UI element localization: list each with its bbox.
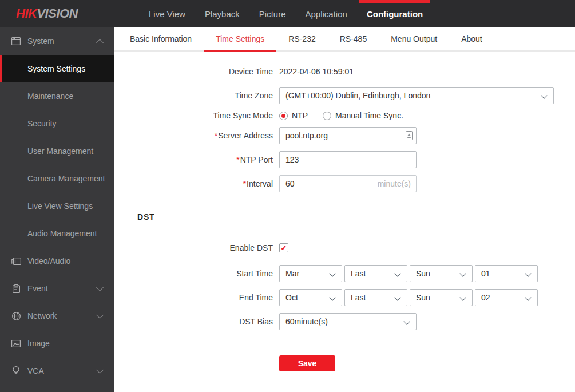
sidebar-item-label: User Management <box>27 146 93 156</box>
time-zone-label: Time Zone <box>114 91 279 100</box>
start-time-label: Start Time <box>114 269 279 278</box>
sidebar-item-label: Network <box>27 311 57 320</box>
chevron-down-icon <box>96 284 104 291</box>
nav-picture[interactable]: Picture <box>249 0 296 27</box>
required-asterisk: * <box>236 155 239 164</box>
chevron-down-icon <box>329 294 335 300</box>
ntp-port-field-wrap <box>279 151 417 168</box>
sidebar-item-label: System Settings <box>27 64 85 73</box>
active-nav-indicator <box>359 0 430 3</box>
server-address-row: *Server Address <box>114 127 575 144</box>
top-bar: HIKVISION Live View Playback Picture App… <box>0 0 575 27</box>
end-time-row: End Time Oct Last Sun 02 <box>114 289 575 306</box>
network-icon <box>11 311 21 321</box>
device-time-value: 2022-04-06 10:59:01 <box>279 67 354 76</box>
chevron-down-icon <box>459 270 466 276</box>
interval-field-wrap: minute(s) <box>279 175 417 192</box>
start-week-select[interactable]: Last <box>344 265 407 282</box>
chevron-down-icon <box>525 294 531 300</box>
ntp-port-label: *NTP Port <box>114 155 279 164</box>
enable-dst-checkbox[interactable]: ✓ <box>279 243 288 252</box>
end-day-value: Sun <box>416 293 430 302</box>
time-zone-row: Time Zone (GMT+00:00) Dublin, Edinburgh,… <box>114 87 575 104</box>
chevron-down-icon <box>403 318 410 324</box>
ntp-port-input[interactable] <box>279 151 417 168</box>
start-hour-select[interactable]: 01 <box>475 265 538 282</box>
sidebar-item-security[interactable]: Security <box>0 110 114 137</box>
sidebar-item-event[interactable]: Event <box>0 275 114 302</box>
chevron-up-icon <box>96 39 104 46</box>
nav-application[interactable]: Application <box>296 0 357 27</box>
chevron-down-icon <box>96 311 104 319</box>
chevron-down-icon <box>329 270 335 276</box>
sidebar-item-image[interactable]: Image <box>0 330 114 357</box>
sidebar-item-system[interactable]: System <box>0 27 114 55</box>
device-time-row: Device Time 2022-04-06 10:59:01 <box>114 63 575 80</box>
start-hour-value: 01 <box>481 269 490 278</box>
tab-basic-information[interactable]: Basic Information <box>118 27 204 50</box>
sidebar-item-maintenance[interactable]: Maintenance <box>0 82 114 110</box>
sidebar-item-video-audio[interactable]: Video/Audio <box>0 247 114 275</box>
end-time-label: End Time <box>114 293 279 302</box>
chevron-down-icon <box>394 270 400 276</box>
sidebar-item-system-settings[interactable]: System Settings <box>0 55 114 82</box>
manual-time-sync-radio-label: Manual Time Sync. <box>335 111 403 120</box>
sidebar-item-user-management[interactable]: User Management <box>0 137 114 165</box>
nav-playback[interactable]: Playback <box>195 0 249 27</box>
dst-bias-value: 60minute(s) <box>285 317 328 326</box>
start-time-row: Start Time Mar Last Sun 01 <box>114 265 575 282</box>
start-day-value: Sun <box>416 269 430 278</box>
sidebar-item-label: VCA <box>27 366 44 375</box>
end-week-select[interactable]: Last <box>344 289 407 306</box>
tab-rs-485[interactable]: RS-485 <box>328 27 379 50</box>
radio-dot <box>281 114 285 118</box>
end-day-select[interactable]: Sun <box>410 289 473 306</box>
ntp-test-icon[interactable] <box>406 131 413 140</box>
end-hour-value: 02 <box>481 293 490 302</box>
save-button[interactable]: Save <box>279 355 335 371</box>
sidebar-item-label: System <box>27 37 54 46</box>
end-month-select[interactable]: Oct <box>279 289 342 306</box>
tab-time-settings-label: Time Settings <box>216 34 264 43</box>
tab-menu-output[interactable]: Menu Output <box>379 27 449 50</box>
required-asterisk: * <box>215 131 217 140</box>
sidebar-item-network[interactable]: Network <box>0 302 114 330</box>
time-zone-select[interactable]: (GMT+00:00) Dublin, Edinburgh, London <box>279 87 554 104</box>
chevron-down-icon <box>541 92 547 98</box>
start-day-select[interactable]: Sun <box>410 265 473 282</box>
dst-bias-select[interactable]: 60minute(s) <box>279 313 417 330</box>
tab-about[interactable]: About <box>449 27 494 50</box>
image-icon <box>11 338 21 349</box>
sidebar-item-label: Security <box>27 119 57 128</box>
manual-time-sync-radio[interactable] <box>323 112 331 120</box>
sidebar-item-camera-management[interactable]: Camera Management <box>0 165 114 192</box>
sidebar-item-audio-management[interactable]: Audio Management <box>0 220 114 247</box>
nav-configuration-label: Configuration <box>367 9 423 19</box>
enable-dst-label: Enable DST <box>114 243 279 252</box>
start-week-value: Last <box>351 269 366 278</box>
start-month-select[interactable]: Mar <box>279 265 342 282</box>
required-asterisk: * <box>243 179 246 188</box>
sidebar-item-label: Live View Settings <box>27 201 93 211</box>
sidebar-item-vca[interactable]: VCA <box>0 357 114 385</box>
main-panel: Basic Information Time Settings RS-232 R… <box>114 27 575 392</box>
sidebar-item-live-view-settings[interactable]: Live View Settings <box>0 192 114 220</box>
interval-row: *Interval minute(s) <box>114 175 575 192</box>
save-row: Save <box>114 355 575 371</box>
nav-live-view[interactable]: Live View <box>139 0 195 27</box>
event-icon <box>11 283 21 294</box>
ntp-radio[interactable] <box>279 112 288 120</box>
end-month-value: Oct <box>285 293 298 302</box>
time-zone-selected-value: (GMT+00:00) Dublin, Edinburgh, London <box>285 91 430 100</box>
ntp-port-row: *NTP Port <box>114 151 575 168</box>
sidebar-item-label: Audio Management <box>27 229 97 238</box>
server-address-input[interactable] <box>279 127 417 144</box>
hikvision-logo: HIKVISION <box>16 6 78 21</box>
tab-rs-232[interactable]: RS-232 <box>276 27 327 50</box>
enable-dst-row: Enable DST ✓ <box>114 239 575 256</box>
end-hour-select[interactable]: 02 <box>475 289 538 306</box>
nav-configuration[interactable]: Configuration <box>357 0 433 27</box>
interval-input[interactable] <box>279 175 417 192</box>
sidebar: System System Settings Maintenance Secur… <box>0 27 114 392</box>
tab-time-settings[interactable]: Time Settings <box>204 27 276 50</box>
